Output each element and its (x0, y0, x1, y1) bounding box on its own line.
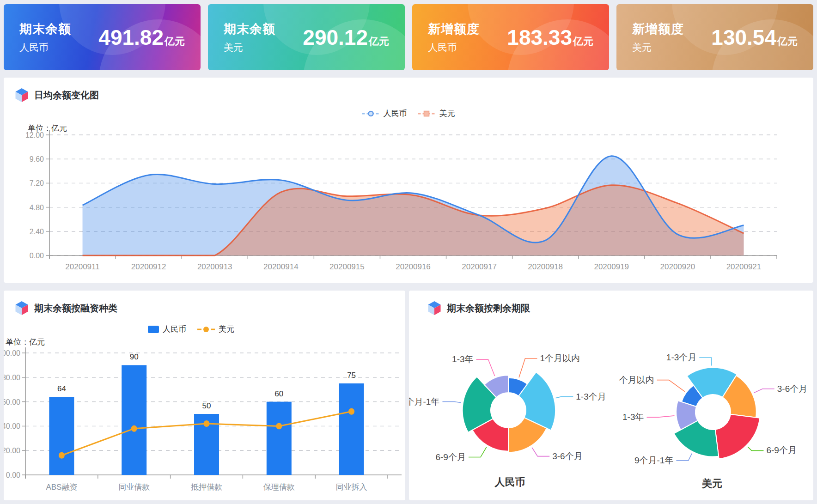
svg-text:20200915: 20200915 (329, 262, 365, 271)
svg-text:20200914: 20200914 (263, 262, 299, 271)
type-chart-legend[interactable]: 人民币 美元 (142, 324, 240, 334)
donut-caption-cny: 人民币 (409, 475, 611, 489)
stat-card-balance-cny: 期末余额 人民币 491.82 亿元 (4, 4, 201, 70)
svg-text:100.00: 100.00 (4, 349, 20, 357)
svg-text:9个月-1年: 9个月-1年 (634, 455, 673, 465)
svg-text:9.60: 9.60 (30, 155, 44, 163)
svg-text:6-9个月: 6-9个月 (766, 445, 796, 455)
svg-text:1-3个月: 1-3个月 (576, 392, 606, 401)
cny-term-donut-chart[interactable]: 1个月以内1-3个月3-6个月6-9个月个月-1年1-3年 (409, 309, 611, 475)
card-unit: 亿元 (165, 35, 185, 49)
svg-text:20200921: 20200921 (726, 262, 762, 271)
svg-text:20200920: 20200920 (660, 262, 695, 271)
cube-icon (427, 301, 441, 316)
usd-line-marker-icon (418, 110, 436, 117)
svg-text:6-9个月: 6-9个月 (435, 452, 465, 462)
svg-text:60: 60 (274, 389, 283, 398)
svg-text:20200917: 20200917 (462, 262, 497, 271)
svg-text:4.80: 4.80 (30, 204, 44, 212)
card-title: 新增额度 (632, 21, 684, 37)
card-value: 183.33 (507, 25, 572, 50)
svg-text:2.40: 2.40 (30, 228, 44, 236)
svg-text:0.00: 0.00 (6, 471, 20, 479)
svg-text:64: 64 (57, 384, 66, 393)
svg-text:个月以内: 个月以内 (619, 375, 654, 385)
svg-text:50: 50 (202, 401, 211, 410)
card-subtitle: 美元 (224, 41, 275, 54)
legend-item-usd[interactable]: 美元 (418, 108, 455, 119)
donut-caption-usd: 美元 (611, 477, 813, 491)
daily-chart-legend[interactable]: 人民币 美元 (357, 108, 461, 119)
svg-text:20200919: 20200919 (594, 262, 629, 271)
panel-title: 日均余额变化图 (34, 89, 99, 102)
unit-label: 单位：亿元 (28, 123, 67, 134)
svg-text:20200911: 20200911 (65, 262, 99, 271)
cube-icon (15, 88, 29, 103)
unit-label: 单位：亿元 (6, 337, 45, 347)
svg-text:ABS融资: ABS融资 (46, 483, 77, 492)
svg-text:3-6个月: 3-6个月 (552, 451, 582, 461)
card-title: 期末余额 (19, 21, 71, 37)
stat-card-newquota-cny: 新增额度 人民币 183.33 亿元 (412, 4, 609, 70)
usd-term-donut-chart[interactable]: 个月以内1-3个月3-6个月6-9个月9个月-1年1-3年 (611, 309, 813, 475)
svg-text:20200912: 20200912 (131, 262, 166, 271)
svg-text:同业拆入: 同业拆入 (336, 483, 367, 492)
svg-text:75: 75 (347, 371, 356, 380)
card-unit: 亿元 (777, 35, 798, 49)
svg-text:1-3个月: 1-3个月 (666, 352, 696, 362)
svg-text:抵押借款: 抵押借款 (190, 483, 222, 492)
svg-text:20.00: 20.00 (4, 447, 20, 455)
svg-text:90: 90 (130, 352, 139, 361)
panel-title: 期末余额按剩余期限 (447, 302, 530, 315)
panel-balance-by-financing-type: 期末余额按融资种类 人民币 美元 单位：亿元 0.0020.0040.0060.… (4, 291, 405, 500)
svg-text:3-6个月: 3-6个月 (777, 384, 807, 394)
svg-text:1-3年: 1-3年 (452, 354, 473, 364)
panel-title: 期末余额按融资种类 (34, 302, 117, 315)
svg-text:同业借款: 同业借款 (118, 483, 150, 492)
financing-type-bar-chart[interactable]: 0.0020.0040.0060.0080.00100.00ABS融资同业借款抵… (4, 291, 405, 500)
panel-balance-by-remaining-term: 期末余额按剩余期限 1个月以内1-3个月3-6个月6-9个月个月-1年1-3年 … (409, 291, 813, 500)
legend-item-cny[interactable]: 人民币 (362, 108, 407, 119)
svg-text:保理借款: 保理借款 (263, 483, 295, 492)
svg-text:7.20: 7.20 (30, 179, 44, 187)
card-value: 290.12 (303, 25, 368, 50)
cny-line-marker-icon (362, 110, 380, 117)
svg-text:1个月以内: 1个月以内 (540, 353, 580, 363)
card-unit: 亿元 (573, 35, 593, 49)
stat-card-balance-usd: 期末余额 美元 290.12 亿元 (208, 4, 405, 70)
card-title: 新增额度 (428, 21, 480, 37)
panel-daily-balance-chart: 日均余额变化图 人民币 美元 单位：亿元 0.002.404.807.209.6… (4, 78, 813, 283)
card-value: 491.82 (98, 25, 164, 50)
usd-dot-marker-icon (197, 326, 215, 333)
cny-bar-marker-icon (148, 326, 159, 333)
card-title: 期末余额 (224, 21, 275, 37)
card-subtitle: 美元 (632, 41, 684, 54)
card-subtitle: 人民币 (19, 41, 71, 54)
svg-text:80.00: 80.00 (4, 374, 20, 382)
svg-text:60.00: 60.00 (4, 398, 20, 406)
svg-text:20200916: 20200916 (396, 262, 431, 271)
svg-text:20200918: 20200918 (528, 262, 563, 271)
cube-icon (15, 301, 29, 316)
legend-item-cny-bar[interactable]: 人民币 (148, 324, 186, 334)
legend-item-usd-line[interactable]: 美元 (197, 324, 234, 334)
card-unit: 亿元 (369, 35, 389, 49)
card-value: 130.54 (711, 25, 776, 50)
svg-text:40.00: 40.00 (4, 422, 20, 430)
svg-text:0.00: 0.00 (30, 252, 44, 260)
stat-card-newquota-usd: 新增额度 美元 130.54 亿元 (616, 4, 813, 70)
svg-text:1-3年: 1-3年 (622, 412, 644, 422)
svg-text:20200913: 20200913 (197, 262, 232, 271)
card-subtitle: 人民币 (428, 41, 480, 54)
svg-text:个月-1年: 个月-1年 (409, 397, 439, 407)
